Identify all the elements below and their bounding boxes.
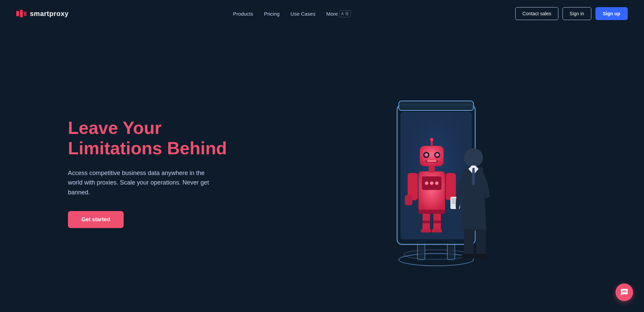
svg-point-30 (430, 138, 433, 141)
logo-bar-3 (24, 12, 26, 16)
logo-bar-2 (20, 10, 23, 17)
logo-text: smartproxy (30, 10, 69, 18)
svg-rect-12 (421, 229, 431, 232)
svg-rect-42 (462, 254, 475, 259)
svg-point-39 (464, 148, 483, 167)
hero-title: Leave Your Limitations Behind (68, 118, 245, 159)
logo-bar-1 (16, 11, 19, 16)
nav-links: Products Pricing Use Cases More A 语 (233, 10, 351, 17)
nav-link-use-cases[interactable]: Use Cases (290, 11, 315, 17)
svg-point-33 (425, 153, 428, 157)
nav-actions: Contact sales Sign in Sign up (515, 7, 628, 20)
svg-rect-10 (423, 221, 430, 223)
chat-bubble-button[interactable] (615, 283, 633, 301)
hero-subtitle: Access competitive business data anywher… (68, 168, 217, 197)
svg-rect-11 (433, 221, 441, 223)
hero-svg (365, 74, 507, 272)
hero-illustration (245, 71, 628, 275)
svg-rect-41 (476, 229, 486, 256)
hero-content: Leave Your Limitations Behind Access com… (68, 118, 245, 228)
svg-rect-38 (427, 160, 436, 162)
get-started-button[interactable]: Get started (68, 211, 124, 228)
hero-section: Leave Your Limitations Behind Access com… (0, 27, 644, 312)
svg-point-35 (426, 154, 428, 155)
svg-rect-25 (452, 201, 457, 202)
svg-point-34 (435, 153, 439, 157)
nav-link-more[interactable]: More A 语 (326, 10, 351, 17)
svg-point-18 (435, 181, 439, 185)
chat-icon (620, 288, 628, 296)
navbar: smartproxy Products Pricing Use Cases Mo… (0, 0, 644, 27)
svg-rect-28 (420, 146, 444, 166)
nav-link-pricing[interactable]: Pricing (264, 11, 280, 17)
logo-area[interactable]: smartproxy (16, 10, 69, 18)
svg-rect-43 (474, 254, 487, 259)
sign-up-button[interactable]: Sign up (595, 7, 628, 20)
svg-rect-13 (432, 229, 442, 232)
svg-point-16 (425, 181, 428, 185)
svg-rect-5 (399, 101, 473, 110)
svg-rect-22 (446, 173, 456, 200)
logo-icon (16, 10, 26, 17)
language-toggle[interactable]: A 语 (339, 10, 351, 17)
contact-sales-button[interactable]: Contact sales (515, 7, 558, 20)
sign-in-button[interactable]: Sign in (562, 7, 591, 20)
svg-point-36 (437, 154, 439, 155)
svg-rect-19 (418, 210, 445, 214)
svg-rect-40 (464, 229, 473, 256)
svg-point-17 (430, 181, 433, 185)
svg-rect-29 (431, 141, 433, 147)
svg-rect-21 (405, 195, 412, 205)
nav-link-products[interactable]: Products (233, 11, 253, 17)
